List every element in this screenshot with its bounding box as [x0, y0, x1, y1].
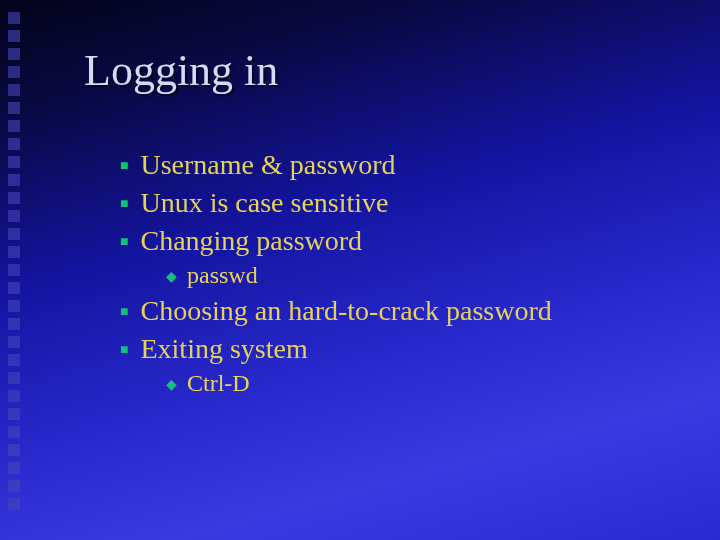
- list-item: ■ Exiting system: [120, 330, 680, 368]
- list-item: ■ Username & password: [120, 146, 680, 184]
- list-item-text: Unux is case sensitive: [140, 184, 388, 222]
- slide: Logging in ■ Username & password ■ Unux …: [0, 0, 720, 540]
- list-subitem-text: Ctrl-D: [187, 367, 250, 399]
- diamond-bullet-icon: ◆: [166, 268, 177, 287]
- list-item-text: Exiting system: [140, 330, 307, 368]
- slide-body: ■ Username & password ■ Unux is case sen…: [120, 146, 680, 400]
- side-decoration: [8, 12, 22, 510]
- diamond-bullet-icon: ◆: [166, 376, 177, 395]
- list-item-text: Choosing an hard-to-crack password: [140, 292, 551, 330]
- list-item-text: Username & password: [140, 146, 395, 184]
- square-bullet-icon: ■: [120, 195, 128, 214]
- square-bullet-icon: ■: [120, 157, 128, 176]
- list-item: ■ Unux is case sensitive: [120, 184, 680, 222]
- list-subitem: ◆ Ctrl-D: [166, 367, 680, 399]
- list-subitem-text: passwd: [187, 259, 258, 291]
- square-bullet-icon: ■: [120, 233, 128, 252]
- list-item-text: Changing password: [140, 222, 362, 260]
- square-bullet-icon: ■: [120, 303, 128, 322]
- list-item: ■ Changing password: [120, 222, 680, 260]
- list-subitem: ◆ passwd: [166, 259, 680, 291]
- slide-title: Logging in: [84, 48, 278, 94]
- list-item: ■ Choosing an hard-to-crack password: [120, 292, 680, 330]
- square-bullet-icon: ■: [120, 341, 128, 360]
